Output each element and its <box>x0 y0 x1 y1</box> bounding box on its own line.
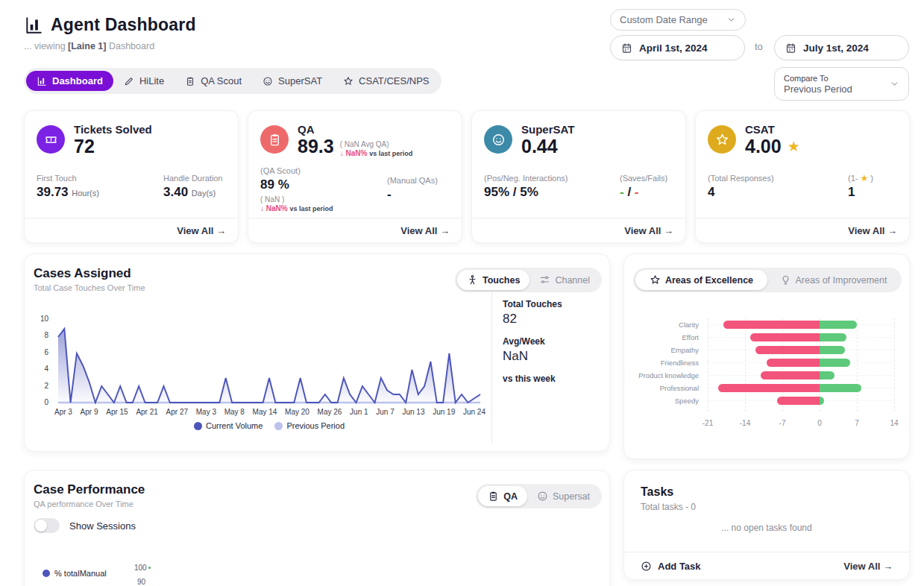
toggle-channel[interactable]: Channel <box>529 270 600 290</box>
legend-label: Current Volume <box>206 421 263 430</box>
bar-positive <box>820 384 861 392</box>
legend-label: Previous Period <box>286 421 345 430</box>
view-all-link[interactable]: View All → <box>848 225 897 236</box>
end-date-value: July 1st, 2024 <box>803 42 869 54</box>
x-tick: Apr 3 <box>54 408 72 416</box>
clipboard-icon <box>185 76 195 86</box>
subtitle-agent-name: [Laine 1] <box>68 41 106 51</box>
x-tick: -7 <box>771 419 793 427</box>
toggle-areas-of-excellence[interactable]: Areas of Excellence <box>635 270 767 290</box>
category-label: Empathy <box>624 346 699 354</box>
tab-label: QA Scout <box>201 75 242 86</box>
y-tick: 90 <box>137 578 145 586</box>
x-tick: 14 <box>883 419 905 427</box>
gridline <box>857 318 858 412</box>
gridline <box>894 318 895 412</box>
bar-positive <box>820 371 835 379</box>
gold-star-icon: ★ <box>861 173 869 183</box>
bar-positive <box>820 333 846 341</box>
view-all-link[interactable]: View All → <box>400 225 450 236</box>
tab-supersat[interactable]: SuperSAT <box>252 71 333 91</box>
legend-dot <box>274 422 283 430</box>
smiley-icon <box>537 491 548 502</box>
stat-value: 82 <box>503 312 603 327</box>
toggle-qa[interactable]: QA <box>478 486 527 506</box>
kpi-title: QA <box>298 123 412 136</box>
toggle-areas-of-improvement[interactable]: Areas of Improvement <box>767 270 899 290</box>
stat-label: Avg/Week <box>503 336 603 347</box>
calendar-icon <box>785 42 796 54</box>
kpi-value: 89.3 <box>298 136 334 157</box>
tasks-empty-state: ... no open tasks found <box>624 523 909 533</box>
sliders-icon <box>539 274 550 286</box>
person-icon <box>467 274 478 286</box>
cases-assigned-panel: Cases Assigned Total Case Touches Over T… <box>24 253 610 452</box>
toggle-touches[interactable]: Touches <box>457 270 529 290</box>
star-icon <box>708 125 736 154</box>
x-tick: May 14 <box>253 408 277 416</box>
start-date-value: April 1st, 2024 <box>639 42 708 54</box>
tab-dashboard[interactable]: Dashboard <box>26 71 113 91</box>
compare-to-value: Previous Period <box>784 84 852 95</box>
bar-negative <box>777 397 820 405</box>
stat-value: NaN <box>503 349 603 364</box>
category-label: Professional <box>624 384 699 392</box>
case-performance-panel: Case Performance QA performance Over Tim… <box>24 470 610 586</box>
x-tick: May 3 <box>196 408 216 416</box>
tab-csat-ces-nps[interactable]: CSAT/CES/NPS <box>333 71 439 91</box>
subtitle-prefix: ... viewing <box>24 41 68 51</box>
view-all-link[interactable]: View All → <box>624 225 673 236</box>
show-sessions-switch[interactable]: Show Sessions <box>34 518 136 533</box>
date-range-select[interactable]: Custom Date Range <box>610 9 746 31</box>
y-tick: 4 <box>29 365 48 373</box>
stat-unit: Hour(s) <box>72 189 99 198</box>
toggle-supersat[interactable]: Supersat <box>527 486 600 506</box>
cases-chart-plot <box>54 319 484 403</box>
star-icon <box>343 76 353 86</box>
x-tick: May 20 <box>285 408 309 416</box>
switch-label: Show Sessions <box>69 520 136 532</box>
clipboard-icon <box>488 491 499 502</box>
tab-qa-scout[interactable]: QA Scout <box>175 71 252 91</box>
tab-label: CSAT/CES/NPS <box>359 75 429 86</box>
stat-label: (QA Scout) <box>260 166 387 175</box>
switch-track[interactable] <box>34 518 60 533</box>
x-tick: Apr 15 <box>106 408 128 416</box>
calendar-icon <box>621 42 632 54</box>
bar-negative <box>755 346 820 354</box>
chevron-down-icon <box>726 15 736 25</box>
stat-label: (Total Responses) <box>708 174 848 183</box>
x-tick: Apr 9 <box>81 408 98 416</box>
cases-view-toggle: Touches Channel <box>455 268 602 292</box>
kpi-value: 72 <box>74 136 152 157</box>
start-date-input[interactable]: April 1st, 2024 <box>610 35 745 60</box>
kpi-card-supersat: SuperSAT 0.44 (Pos/Neg. Interactions) 95… <box>471 110 686 243</box>
plus-circle-icon <box>641 561 652 572</box>
lightbulb-icon <box>780 274 791 286</box>
panel-title: Case Performance <box>34 482 145 497</box>
tab-hilite[interactable]: HiLite <box>113 71 175 91</box>
stat-label: First Touch <box>37 174 163 183</box>
category-label: Speedy <box>624 397 699 405</box>
bar-negative <box>767 359 820 367</box>
bar-chart-icon <box>37 76 47 86</box>
bar-positive <box>820 397 824 405</box>
bar-chart-logo-icon <box>24 16 43 35</box>
panel-subtitle: Total tasks - 0 <box>641 502 893 512</box>
viewing-subtitle: ... viewing [Laine 1] Dashboard <box>24 41 196 51</box>
view-all-link[interactable]: View All → <box>843 561 893 572</box>
add-task-button[interactable]: Add Task <box>641 561 701 572</box>
bar-negative <box>761 371 820 379</box>
stat-label: (Manual QAs) <box>387 176 450 185</box>
areas-panel: Areas of Excellence Areas of Improvement… <box>623 253 910 459</box>
nav-tabs: DashboardHiLiteQA ScoutSuperSATCSAT/CES/… <box>24 68 441 94</box>
legend-item: Previous Period <box>274 421 345 430</box>
end-date-input[interactable]: July 1st, 2024 <box>774 35 909 60</box>
y-tick: 0 <box>29 398 48 406</box>
date-range-value: Custom Date Range <box>620 14 708 25</box>
kpi-title: SuperSAT <box>521 123 574 136</box>
smiley-icon <box>484 125 512 154</box>
view-all-link[interactable]: View All → <box>177 225 226 236</box>
compare-to-select[interactable]: Compare To Previous Period <box>774 67 909 101</box>
bar-positive <box>820 346 845 354</box>
